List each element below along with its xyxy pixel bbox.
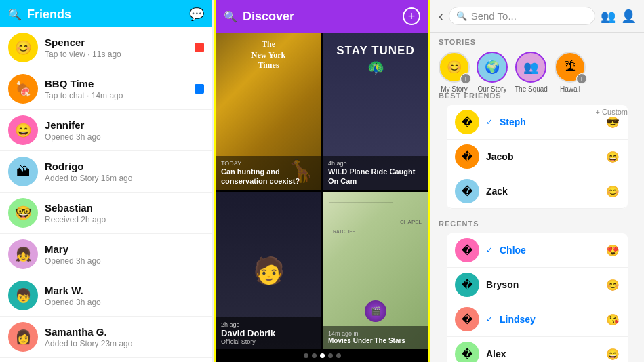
friend-status: Opened 3h ago	[45, 298, 204, 307]
send-avatar: �	[455, 273, 479, 297]
story-avatar-wrap: 😊 +	[439, 52, 470, 83]
story-avatar: 🌍	[477, 52, 508, 83]
emoji-icon: 😎	[606, 116, 620, 129]
friend-item[interactable]: 🏔 Rodrigo Added to Story 16m ago	[0, 151, 212, 193]
friend-avatar: 🤓	[8, 198, 38, 228]
stories-section: STORIES 😊 + My Story 🌍 Our Story 👥 The S…	[430, 33, 644, 83]
friend-name: Spencer	[45, 37, 188, 48]
dot-2[interactable]	[312, 353, 317, 358]
friend-name: Mark W.	[45, 285, 204, 296]
person-icon[interactable]: 👤	[621, 9, 636, 24]
story-label: Our Story	[478, 85, 507, 93]
friend-item[interactable]: 🍖 BBQ Time Tap to chat · 14m ago	[0, 68, 212, 110]
snap-badge	[195, 43, 204, 52]
story-item[interactable]: 🏝 + Hawaii	[555, 52, 586, 93]
story-avatar-wrap: 👥	[515, 52, 546, 83]
discover-plus-button[interactable]: +	[403, 7, 420, 25]
send-avatar: �	[455, 342, 479, 362]
friends-list: 😊 Spencer Tap to view · 11s ago 🍖 BBQ Ti…	[0, 27, 212, 362]
chat-badge	[195, 84, 204, 94]
chat-icon[interactable]: 💬	[189, 7, 204, 22]
story-item[interactable]: 🌍 Our Story	[477, 52, 508, 93]
emoji-icon: 😄	[606, 348, 620, 361]
discover-grid: TheNew YorkTimes 🦒 Today Can hunting and…	[216, 33, 428, 349]
send-avatar: �	[455, 307, 479, 331]
story-avatar-wrap: 🏝 +	[555, 52, 586, 83]
dot-3[interactable]	[320, 353, 325, 358]
friend-avatar: 😄	[8, 115, 38, 145]
discover-title: Discover	[243, 9, 294, 24]
emoji-icon: 😘	[606, 313, 620, 326]
friends-panel: 🔍 Friends 💬 😊 Spencer Tap to view · 11s …	[0, 0, 214, 362]
friends-header: 🔍 Friends 💬	[0, 0, 212, 27]
recent-friend-name: Bryson	[486, 279, 599, 290]
stories-row: 😊 + My Story 🌍 Our Story 👥 The Squad 🏝 +…	[439, 52, 636, 93]
discover-card-dobrik[interactable]: 🧑 2h ago David Dobrik Official Story	[216, 192, 321, 350]
friend-item[interactable]: 😄 Jennifer Opened 3h ago	[0, 110, 212, 151]
friend-name: Mary	[45, 243, 204, 255]
send-avatar: �	[455, 179, 479, 203]
friends-title: Friends	[27, 7, 71, 22]
emoji-icon: 😍	[606, 244, 620, 257]
friend-name: Rodrigo	[45, 161, 204, 172]
friend-item[interactable]: 🤓 Sebastian Received 2h ago	[0, 193, 212, 234]
friend-name: Jennifer	[45, 119, 204, 131]
friend-status: Added to Story 16m ago	[45, 174, 204, 183]
recent-friend-name: Chloe	[500, 245, 599, 256]
friend-item[interactable]: 👩 Samantha G. Added to Story 23m ago	[0, 317, 212, 358]
friend-status: Tap to view · 11s ago	[45, 49, 188, 59]
emoji-icon: 😊	[606, 185, 620, 198]
friend-avatar: 👧	[8, 239, 38, 269]
custom-button[interactable]: + Custom	[430, 108, 628, 116]
story-label: My Story	[441, 85, 467, 93]
story-item[interactable]: 😊 + My Story	[439, 52, 470, 93]
friend-name: Sebastian	[45, 202, 204, 214]
dot-4[interactable]	[328, 353, 333, 358]
best-friends-list: � ✓ Steph 😎 � Jacob 😄 � Zack 😊	[447, 105, 628, 209]
stories-label: STORIES	[439, 38, 636, 46]
recent-friend-name: Lindsey	[500, 314, 599, 325]
send-avatar: �	[455, 144, 479, 169]
friend-status: Tap to chat · 14m ago	[45, 91, 188, 100]
recent-item[interactable]: � ✓ Chloe 😍	[447, 233, 628, 268]
sendto-header: ‹ 🔍 Send To... 👥 👤	[430, 0, 644, 33]
friend-item[interactable]: 😊 Spencer Tap to view · 11s ago	[0, 27, 212, 68]
friend-status: Opened 3h ago	[45, 256, 204, 266]
send-friend-name: Steph	[500, 117, 599, 127]
discover-panel: 🔍 Discover + TheNew YorkTimes 🦒 Today Ca…	[214, 0, 430, 362]
send-friend-name: Jacob	[486, 151, 599, 162]
dot-1[interactable]	[304, 353, 308, 358]
verified-check: ✓	[486, 245, 493, 255]
story-avatar: 👥	[515, 52, 546, 83]
dot-5[interactable]	[336, 353, 341, 358]
sendto-panel: ‹ 🔍 Send To... 👥 👤 STORIES 😊 + My Story …	[430, 0, 644, 362]
friend-item[interactable]: 👦 Mark W. Opened 3h ago	[0, 275, 212, 317]
verified-check: ✓	[486, 117, 493, 127]
search-bar[interactable]: 🔍 Send To...	[449, 7, 595, 25]
story-plus-badge: +	[576, 73, 587, 84]
friend-item[interactable]: 🌸 Nicole	[0, 358, 212, 362]
send-friend-name: Zack	[486, 186, 599, 197]
recents-label: RECENTS	[439, 220, 636, 228]
recent-item[interactable]: � ✓ Lindsey 😘	[447, 302, 628, 337]
send-avatar: �	[455, 238, 479, 262]
verified-check: ✓	[486, 315, 493, 324]
discover-card-map[interactable]: CHAPEL RATCLIFF 🎬 14m ago in Movies Unde…	[323, 192, 428, 350]
discover-card-nyt[interactable]: TheNew YorkTimes 🦒 Today Can hunting and…	[216, 33, 321, 190]
friend-item[interactable]: 👧 Mary Opened 3h ago	[0, 234, 212, 275]
best-friend-item[interactable]: � Zack 😊	[447, 174, 628, 209]
discover-card-nbc[interactable]: STAY TUNED 🦚 4h ago WILD Plane Ride Caug…	[323, 33, 428, 190]
friend-name: Samantha G.	[45, 326, 204, 338]
group-icon[interactable]: 👥	[601, 9, 616, 24]
recents-section: RECENTS � ✓ Chloe 😍 � Bryson 😊 � ✓ Linds…	[430, 214, 644, 362]
recent-item[interactable]: � Bryson 😊	[447, 268, 628, 302]
story-avatar-wrap: 🌍	[477, 52, 508, 83]
back-button[interactable]: ‹	[439, 8, 443, 24]
emoji-icon: 😄	[606, 150, 620, 163]
best-friend-item[interactable]: � Jacob 😄	[447, 140, 628, 174]
search-icon: 🔍	[8, 8, 22, 21]
friend-name: BBQ Time	[45, 78, 188, 89]
search-icon-sendto: 🔍	[456, 11, 467, 21]
recent-item[interactable]: � Alex 😄	[447, 337, 628, 362]
story-item[interactable]: 👥 The Squad	[515, 52, 548, 93]
